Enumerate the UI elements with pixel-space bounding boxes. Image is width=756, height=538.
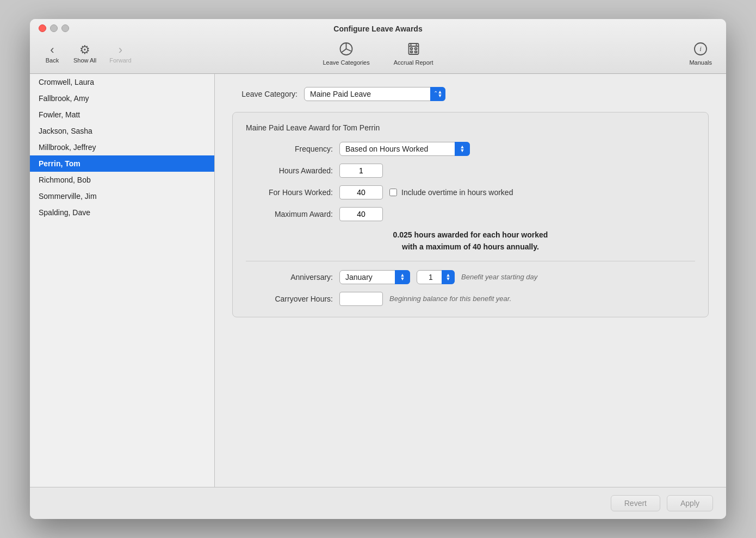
- frequency-row: Frequency: Based on Hours Worked Weekly …: [246, 142, 695, 156]
- hours-awarded-label: Hours Awarded:: [246, 166, 333, 175]
- accrual-report-icon: [406, 42, 420, 58]
- back-label: Back: [46, 57, 59, 64]
- carryover-hint: Beginning balance for this benefit year.: [389, 295, 511, 303]
- center-toolbar: Leave Categories: [318, 40, 439, 68]
- leave-category-label: Leave Category:: [232, 90, 298, 98]
- accrual-report-button[interactable]: Accrual Report: [388, 40, 439, 68]
- for-hours-worked-input[interactable]: [339, 185, 383, 199]
- carryover-input[interactable]: [339, 292, 383, 306]
- back-icon: ‹: [50, 44, 54, 56]
- traffic-lights: [39, 24, 69, 32]
- detail-panel: Leave Category: Maine Paid Leave ▲ ▼ Mai…: [215, 74, 726, 487]
- minimize-button[interactable]: [50, 24, 58, 32]
- overtime-checkbox-row: Include overtime in hours worked: [389, 188, 513, 197]
- main-window: Configure Leave Awards ‹ Back ⚙ Show All…: [30, 19, 726, 519]
- titlebar-top: Configure Leave Awards: [30, 19, 726, 36]
- maximum-award-input[interactable]: [339, 207, 383, 221]
- leave-category-select-wrapper: Maine Paid Leave ▲ ▼: [304, 87, 445, 101]
- sidebar-item-fowler[interactable]: Fowler, Matt: [30, 107, 214, 123]
- svg-rect-7: [410, 51, 412, 53]
- forward-label: Forward: [109, 57, 131, 64]
- window-title: Configure Leave Awards: [333, 24, 422, 33]
- bottom-bar: Revert Apply: [30, 487, 726, 519]
- leave-categories-label: Leave Categories: [323, 59, 370, 66]
- hours-awarded-input[interactable]: [339, 164, 383, 178]
- anniversary-month-wrapper: January February March April May June Ju…: [339, 270, 410, 284]
- maximum-award-row: Maximum Award:: [246, 207, 695, 221]
- leave-categories-icon: [339, 42, 354, 58]
- benefit-year-label: Benefit year starting day: [461, 273, 537, 281]
- sidebar-item-sommerville[interactable]: Sommerville, Jim: [30, 188, 214, 204]
- summary-text: 0.025 hours awarded for each hour worked…: [246, 229, 695, 253]
- form-box-title: Maine Paid Leave Award for Tom Perrin: [246, 123, 695, 132]
- sidebar-item-spalding[interactable]: Spalding, Dave: [30, 204, 214, 221]
- show-all-button[interactable]: ⚙ Show All: [68, 42, 102, 66]
- toolbar: ‹ Back ⚙ Show All › Forward: [30, 36, 726, 73]
- sidebar-item-richmond[interactable]: Richmond, Bob: [30, 172, 214, 188]
- frequency-select-wrapper: Based on Hours Worked Weekly Bi-Weekly S…: [339, 142, 470, 156]
- apply-button[interactable]: Apply: [667, 495, 713, 511]
- sidebar-item-perrin[interactable]: Perrin, Tom: [30, 155, 214, 172]
- back-button[interactable]: ‹ Back: [39, 42, 66, 66]
- for-hours-worked-label: For Hours Worked:: [246, 188, 333, 197]
- leave-category-row: Leave Category: Maine Paid Leave ▲ ▼: [232, 87, 709, 101]
- sidebar-item-millbrook[interactable]: Millbrook, Jeffrey: [30, 139, 214, 155]
- svg-text:i: i: [699, 45, 702, 53]
- manuals-icon: i: [693, 42, 708, 58]
- revert-button[interactable]: Revert: [611, 495, 660, 511]
- svg-rect-6: [414, 48, 417, 49]
- maximum-award-label: Maximum Award:: [246, 210, 333, 218]
- gear-icon: ⚙: [79, 44, 90, 56]
- close-button[interactable]: [39, 24, 46, 32]
- sidebar-item-jackson[interactable]: Jackson, Sasha: [30, 123, 214, 139]
- leave-category-select[interactable]: Maine Paid Leave: [304, 87, 445, 101]
- anniversary-month-select[interactable]: January February March April May June Ju…: [339, 270, 410, 284]
- carryover-row: Carryover Hours: Beginning balance for t…: [246, 292, 695, 306]
- include-overtime-checkbox[interactable]: [389, 189, 397, 196]
- nav-group: ‹ Back ⚙ Show All › Forward: [39, 42, 137, 66]
- for-hours-worked-row: For Hours Worked: Include overtime in ho…: [246, 185, 695, 199]
- sidebar: Cromwell, Laura Fallbrook, Amy Fowler, M…: [30, 74, 215, 487]
- anniversary-day-wrapper: 12345 678910 1112131415 1617181920 21222…: [417, 270, 455, 284]
- form-box: Maine Paid Leave Award for Tom Perrin Fr…: [232, 112, 709, 317]
- anniversary-row: Anniversary: January February March Apri…: [246, 270, 695, 284]
- sidebar-item-cromwell[interactable]: Cromwell, Laura: [30, 74, 214, 90]
- svg-rect-8: [414, 51, 417, 53]
- hours-awarded-row: Hours Awarded:: [246, 164, 695, 178]
- manuals-button[interactable]: i Manuals: [684, 40, 717, 68]
- right-toolbar: i Manuals: [684, 40, 717, 68]
- anniversary-day-select[interactable]: 12345 678910 1112131415 1617181920 21222…: [417, 270, 455, 284]
- maximize-button[interactable]: [61, 24, 69, 32]
- titlebar: Configure Leave Awards ‹ Back ⚙ Show All…: [30, 19, 726, 74]
- forward-icon: ›: [119, 44, 122, 56]
- accrual-report-label: Accrual Report: [394, 59, 433, 66]
- sidebar-item-fallbrook[interactable]: Fallbrook, Amy: [30, 90, 214, 107]
- show-all-label: Show All: [73, 57, 96, 64]
- forward-button[interactable]: › Forward: [104, 42, 137, 66]
- main-content: Cromwell, Laura Fallbrook, Amy Fowler, M…: [30, 74, 726, 487]
- anniversary-label: Anniversary:: [246, 273, 333, 281]
- include-overtime-label: Include overtime in hours worked: [401, 188, 513, 197]
- manuals-label: Manuals: [689, 59, 712, 66]
- divider: [246, 261, 695, 261]
- carryover-label: Carryover Hours:: [246, 295, 333, 303]
- svg-rect-5: [410, 48, 412, 49]
- frequency-label: Frequency:: [246, 145, 333, 153]
- leave-categories-button[interactable]: Leave Categories: [318, 40, 375, 68]
- frequency-select[interactable]: Based on Hours Worked Weekly Bi-Weekly S…: [339, 142, 470, 156]
